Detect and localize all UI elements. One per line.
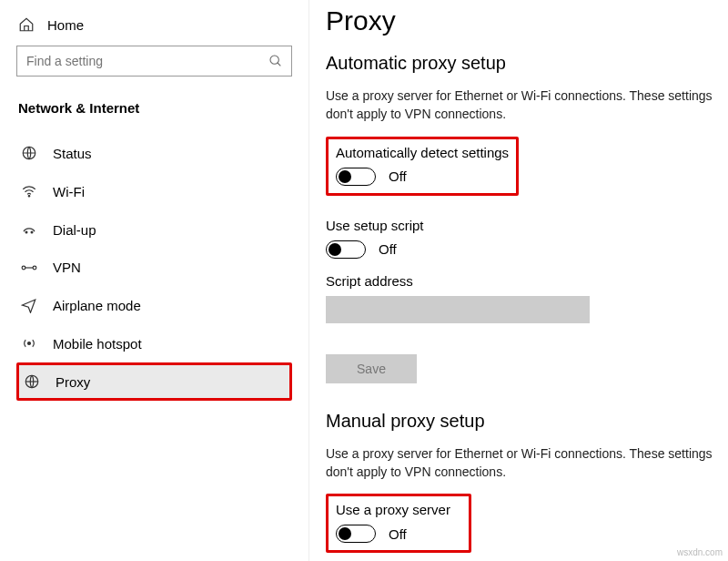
section-heading: Network & Internet bbox=[16, 100, 292, 116]
sidebar-item-label: Airplane mode bbox=[53, 298, 141, 313]
sidebar-nav: Status Wi-Fi Dial-up VPN Airplane mode bbox=[16, 134, 292, 401]
auto-detect-toggle[interactable] bbox=[336, 168, 376, 186]
sidebar-item-wifi[interactable]: Wi-Fi bbox=[16, 172, 292, 210]
search-box[interactable] bbox=[16, 46, 292, 76]
svg-point-5 bbox=[31, 231, 33, 233]
watermark: wsxdn.com bbox=[677, 547, 723, 557]
sidebar-item-airplane[interactable]: Airplane mode bbox=[16, 286, 292, 324]
manual-heading: Manual proxy setup bbox=[326, 411, 717, 432]
home-icon bbox=[18, 16, 35, 33]
home-link[interactable]: Home bbox=[16, 13, 292, 46]
setup-script-group: Use setup script Off bbox=[326, 218, 717, 259]
sidebar-item-label: Wi-Fi bbox=[53, 184, 85, 199]
airplane-icon bbox=[20, 297, 38, 313]
proxy-icon bbox=[23, 373, 41, 390]
script-address-group: Script address bbox=[326, 273, 717, 323]
setup-script-label: Use setup script bbox=[326, 218, 717, 233]
sidebar-item-vpn[interactable]: VPN bbox=[16, 249, 292, 286]
auto-detect-state: Off bbox=[389, 168, 407, 184]
sidebar-item-status[interactable]: Status bbox=[16, 134, 292, 172]
dialup-icon bbox=[20, 221, 38, 238]
manual-desc: Use a proxy server for Ethernet or Wi-Fi… bbox=[326, 444, 717, 482]
auto-detect-label: Automatically detect settings bbox=[336, 145, 509, 160]
sidebar: Home Network & Internet Status Wi-Fi Dia… bbox=[0, 0, 309, 561]
svg-point-9 bbox=[28, 342, 31, 345]
svg-line-1 bbox=[278, 63, 280, 66]
save-button: Save bbox=[326, 354, 417, 383]
sidebar-item-label: Dial-up bbox=[53, 222, 96, 238]
sidebar-item-label: Status bbox=[53, 146, 92, 161]
auto-detect-group: Automatically detect settings Off bbox=[326, 137, 519, 196]
setup-script-state: Off bbox=[379, 241, 397, 257]
status-icon bbox=[20, 145, 38, 161]
svg-point-7 bbox=[33, 266, 36, 270]
sidebar-item-label: VPN bbox=[53, 260, 81, 275]
sidebar-item-label: Proxy bbox=[56, 374, 90, 390]
use-proxy-group: Use a proxy server Off bbox=[326, 494, 471, 553]
auto-desc: Use a proxy server for Ethernet or Wi-Fi… bbox=[326, 87, 717, 124]
home-label: Home bbox=[47, 17, 84, 33]
sidebar-item-hotspot[interactable]: Mobile hotspot bbox=[16, 324, 292, 362]
svg-point-0 bbox=[270, 56, 278, 64]
vpn-icon bbox=[20, 261, 38, 274]
svg-point-6 bbox=[22, 266, 25, 270]
sidebar-item-proxy[interactable]: Proxy bbox=[16, 362, 292, 401]
page-title: Proxy bbox=[326, 5, 717, 36]
setup-script-toggle[interactable] bbox=[326, 240, 366, 259]
hotspot-icon bbox=[20, 335, 38, 352]
wifi-icon bbox=[20, 183, 38, 199]
sidebar-item-label: Mobile hotspot bbox=[53, 336, 142, 352]
use-proxy-state: Off bbox=[389, 526, 407, 542]
auto-heading: Automatic proxy setup bbox=[326, 53, 717, 74]
use-proxy-label: Use a proxy server bbox=[336, 502, 461, 517]
sidebar-item-dialup[interactable]: Dial-up bbox=[16, 210, 292, 249]
script-address-input bbox=[326, 296, 590, 323]
script-address-label: Script address bbox=[326, 273, 717, 289]
main-content: Proxy Automatic proxy setup Use a proxy … bbox=[309, 0, 728, 561]
search-icon bbox=[268, 54, 283, 68]
svg-point-3 bbox=[28, 196, 30, 198]
search-input[interactable] bbox=[16, 46, 292, 76]
svg-point-4 bbox=[25, 231, 27, 233]
use-proxy-toggle[interactable] bbox=[336, 525, 376, 543]
